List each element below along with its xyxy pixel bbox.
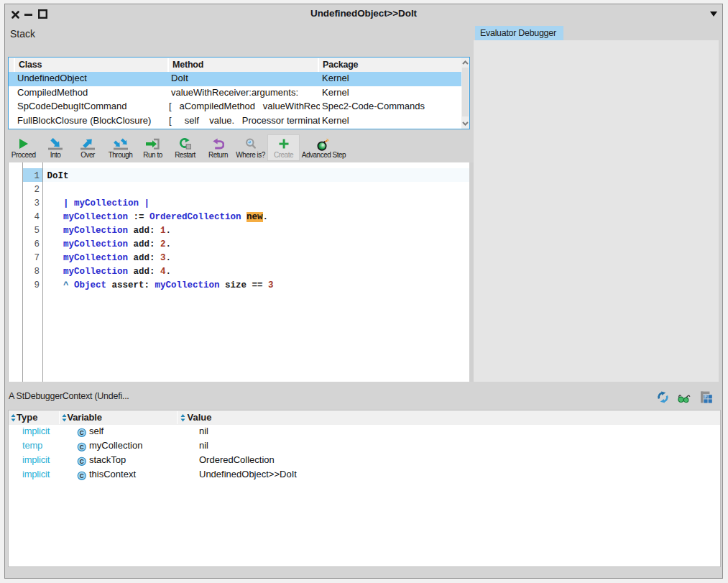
svg-text:C: C — [80, 430, 84, 436]
svg-text:C: C — [80, 473, 84, 479]
svg-text:C: C — [80, 459, 84, 465]
svg-text:C: C — [80, 444, 84, 451]
